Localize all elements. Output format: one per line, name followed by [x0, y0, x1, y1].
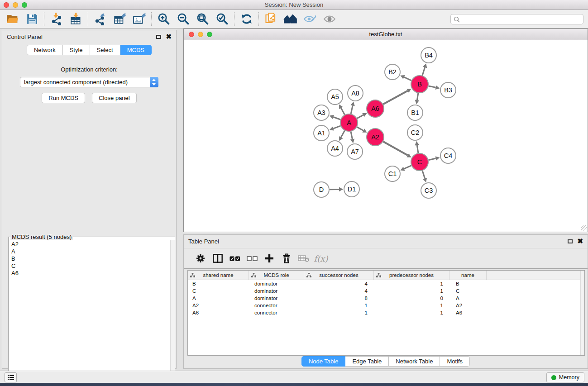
zoom-fit-icon[interactable] [193, 11, 212, 27]
column-header-successor-nodes[interactable]: successor nodes [304, 271, 374, 280]
function-builder-icon[interactable]: f(x) [312, 250, 330, 267]
graph-edge[interactable] [383, 91, 408, 104]
tab-edge-table[interactable]: Edge Table [345, 356, 389, 367]
graph-edge[interactable] [341, 108, 344, 115]
close-panel-icon[interactable]: ✖ [166, 34, 172, 39]
memory-label: Memory [559, 374, 579, 381]
zoom-selected-icon[interactable] [212, 11, 232, 27]
graph-edge[interactable] [333, 126, 340, 129]
desktop-strip [0, 383, 588, 386]
list-item[interactable]: A6 [11, 270, 170, 277]
graph-edge-arrowhead [415, 141, 419, 146]
list-item[interactable]: A [11, 248, 170, 255]
list-item[interactable]: B [11, 255, 170, 262]
tab-node-table[interactable]: Node Table [301, 356, 346, 367]
graph-edge[interactable] [429, 86, 436, 87]
tab-mcds[interactable]: MCDS [120, 45, 152, 55]
list-item[interactable]: A2 [11, 241, 170, 248]
export-network-icon[interactable] [91, 11, 110, 27]
list-item[interactable]: C [11, 262, 170, 270]
deselect-checkboxes-icon[interactable] [244, 250, 261, 267]
scrollbar[interactable] [580, 271, 584, 355]
column-header-mcds-role[interactable]: MCDS role [249, 271, 304, 280]
search-input[interactable] [460, 16, 580, 23]
graph-edge[interactable] [422, 67, 425, 76]
export-image-icon[interactable] [129, 11, 149, 27]
graph-edge[interactable] [417, 93, 418, 100]
zoom-out-icon[interactable] [173, 11, 193, 27]
graph-edge[interactable] [404, 77, 411, 80]
column-header-predecessor-nodes[interactable]: predecessor nodes [374, 271, 449, 280]
toolbar-separator [151, 12, 152, 26]
import-network-icon[interactable] [47, 11, 66, 27]
tab-network-table[interactable]: Network Table [389, 356, 440, 367]
graph-edge[interactable] [351, 132, 352, 139]
graph-node-label: B3 [444, 86, 452, 94]
tab-select[interactable]: Select [90, 45, 120, 55]
minimize-view-icon[interactable] [198, 32, 203, 37]
split-panel-icon[interactable] [209, 250, 226, 267]
graph-edge[interactable] [351, 105, 353, 114]
column-header-name[interactable]: name [449, 271, 487, 280]
tab-motifs[interactable]: Motifs [440, 356, 470, 367]
graph-edge[interactable] [333, 117, 340, 119]
settings-gear-icon[interactable] [192, 250, 209, 267]
close-panel-button[interactable]: Close panel [92, 93, 137, 103]
run-mcds-button[interactable]: Run MCDS [42, 93, 85, 103]
zoom-window-icon[interactable] [22, 2, 27, 8]
control-panel: Control Panel ✖ Network Style Select MCD… [2, 30, 177, 369]
network-graph[interactable]: AA1A2A3A4A5A6A7A8BB1B2B3B4CC1C2C3C4DD1 [184, 41, 588, 232]
graph-edge[interactable] [422, 171, 425, 178]
home-icon[interactable] [281, 11, 300, 27]
memory-button[interactable]: Memory [546, 372, 584, 382]
close-panel-icon[interactable]: ✖ [577, 239, 583, 243]
table-tabs: Node Table Edge Table Network Table Moti… [184, 356, 588, 367]
zoom-in-icon[interactable] [154, 11, 173, 27]
resize-grip[interactable] [581, 225, 587, 231]
graph-edge[interactable] [357, 127, 363, 131]
table-row[interactable]: A dominator 8 0 A [188, 295, 584, 302]
graph-edge[interactable] [383, 142, 407, 156]
optimization-criterion-select[interactable]: largest connected component (directed) [20, 77, 158, 87]
column-header-shared-name[interactable]: shared name [188, 271, 249, 280]
table-row[interactable]: B dominator 4 1 B [188, 280, 584, 287]
graph-edge[interactable] [417, 145, 418, 153]
refresh-icon[interactable] [237, 11, 256, 27]
graph-edge[interactable] [357, 115, 363, 118]
table-row[interactable]: A6 connector 1 1 A6 [188, 309, 584, 316]
delete-table-icon[interactable] [295, 250, 312, 267]
table-row[interactable]: A2 connector 1 1 A2 [188, 302, 584, 309]
float-panel-icon[interactable] [568, 239, 573, 243]
zoom-view-icon[interactable] [207, 32, 212, 37]
tab-network[interactable]: Network [27, 45, 63, 55]
close-window-icon[interactable] [4, 2, 9, 8]
save-icon[interactable] [22, 11, 42, 27]
minimize-window-icon[interactable] [13, 2, 18, 8]
graph-edge-arrowhead [350, 102, 354, 106]
open-folder-icon[interactable] [3, 11, 22, 27]
graph-edge[interactable] [404, 166, 411, 169]
import-table-icon[interactable] [66, 11, 86, 27]
close-view-icon[interactable] [189, 32, 194, 37]
graph-edge[interactable] [429, 158, 436, 160]
network-canvas[interactable]: AA1A2A3A4A5A6A7A8BB1B2B3B4CC1C2C3C4DD1 [184, 41, 588, 232]
scrollbar[interactable] [170, 240, 175, 386]
show-eye-icon[interactable] [320, 11, 339, 27]
table-row[interactable]: C dominator 4 1 C [188, 287, 584, 295]
graph-edge-arrowhead [435, 156, 440, 160]
show-panels-button[interactable] [5, 372, 17, 382]
float-panel-icon[interactable] [156, 35, 161, 39]
mcds-result-list[interactable]: A2 A B C A6 [9, 240, 170, 386]
export-table-icon[interactable] [110, 11, 129, 27]
hide-eye-icon[interactable] [300, 11, 320, 27]
network-window-titlebar[interactable]: testGlobe.txt [184, 29, 588, 40]
table-panel: Table Panel ✖ f(x) [183, 234, 588, 369]
delete-column-icon[interactable] [278, 250, 295, 267]
search-field[interactable] [450, 14, 583, 24]
add-column-icon[interactable] [261, 250, 278, 267]
graph-edge[interactable] [341, 131, 344, 138]
clone-network-icon[interactable] [261, 11, 281, 27]
graph-node-label: A2 [371, 133, 379, 141]
tab-style[interactable]: Style [63, 45, 90, 55]
select-all-checkboxes-icon[interactable] [226, 250, 244, 267]
